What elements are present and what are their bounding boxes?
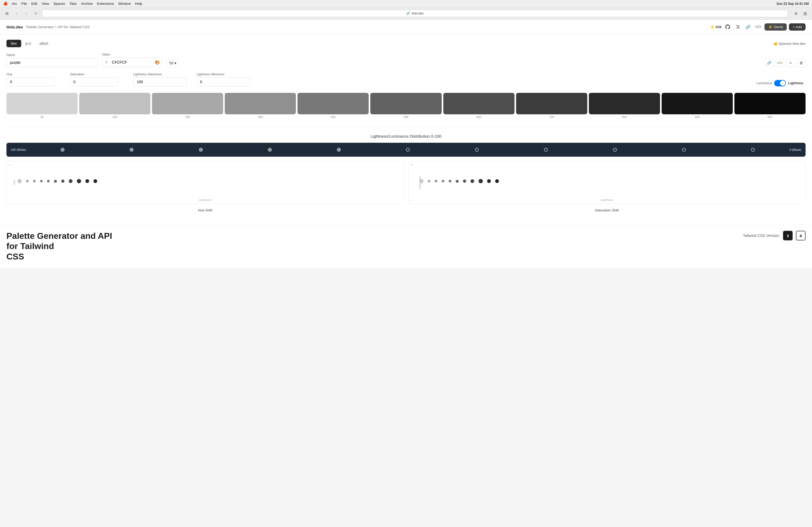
star-icon: ⭐ — [710, 25, 714, 29]
value-input[interactable] — [110, 58, 153, 66]
menu-file[interactable]: File — [21, 2, 27, 6]
sidebar-right-button[interactable]: ▥ — [801, 10, 809, 17]
swatch-label-400: 400 — [298, 115, 369, 119]
menu-extensions[interactable]: Extensions — [97, 2, 114, 6]
dist-dot-10 — [751, 148, 755, 152]
color-params-row: Hue Saturation Lightness Maximum Lightne… — [6, 73, 806, 86]
forward-button[interactable]: › — [23, 10, 30, 17]
demo-button[interactable]: ⚡ Demo — [765, 23, 787, 31]
swatch-900[interactable]: 900 — [662, 93, 733, 119]
menu-window[interactable]: Window — [118, 2, 131, 6]
distribution-section: Lightness/Luminance Distribution 0-100 1… — [6, 127, 806, 212]
swatches-row: 50100200300400500600700800900950 — [6, 93, 806, 119]
menu-view[interactable]: View — [42, 2, 49, 6]
link-button[interactable]: 🔗 — [744, 23, 752, 31]
twitter-button[interactable] — [734, 23, 742, 31]
palette-title: Palette Generator and API for Tailwind C… — [6, 231, 125, 261]
swatch-400[interactable]: 400 — [298, 93, 369, 119]
header-actions: ⭐ 838 🔗 </> ⚡ Demo + Add — [710, 23, 806, 31]
lightness-min-field-group: Lightness Minimum — [197, 73, 256, 86]
menubar-status: Sun 22 Sep 10:41 AM — [777, 2, 809, 6]
lock-icon: 🔗 — [406, 12, 410, 15]
lightness-min-input[interactable] — [197, 77, 250, 86]
swatch-300[interactable]: 300 — [225, 93, 296, 119]
sat-dot-3 — [442, 180, 445, 182]
site-title: tints.dev — [6, 25, 23, 29]
sponsor-link[interactable]: 👑 Sponsor tints.dev — [773, 42, 806, 46]
swatch-800[interactable]: 800 — [589, 93, 660, 119]
swatch-label-700: 700 — [516, 115, 587, 119]
charts-row: + - Hue Lightness + - Saturation Lightne… — [6, 161, 806, 204]
dist-dot-0 — [61, 148, 64, 152]
swatch-label-900: 900 — [662, 115, 733, 119]
chevron-down-icon: ▾ — [175, 61, 176, 65]
name-input[interactable] — [6, 58, 98, 67]
link-copy-button[interactable]: 🔗 — [765, 59, 773, 67]
toggle-switch[interactable] — [774, 80, 786, 86]
sat-dot-5 — [456, 180, 459, 183]
browser-chrome: ⊞ ‹ › ↻ 🔗 tints.dev ⧉ ▥ — [0, 7, 812, 19]
hue-chart: + - Hue Lightness — [6, 161, 404, 204]
tab-oklch[interactable]: oklch — [35, 40, 53, 47]
menu-edit[interactable]: Edit — [31, 2, 37, 6]
swatch-700[interactable]: 700 — [516, 93, 587, 119]
url-text: tints.dev — [412, 12, 424, 15]
delete-button[interactable]: 🗑 — [797, 59, 806, 67]
refresh-button[interactable]: ↻ — [32, 10, 40, 17]
menu-archive[interactable]: Archive — [81, 2, 93, 6]
address-bar[interactable]: 🔗 tints.dev — [42, 10, 788, 17]
swatch-500[interactable]: 500 — [370, 93, 441, 119]
menu-arc[interactable]: Arc — [12, 2, 17, 6]
swatches-section: 50100200300400500600700800900950 — [6, 93, 806, 119]
menu-tabs[interactable]: Tabs — [69, 2, 76, 6]
sat-dot-1 — [428, 180, 431, 182]
version-3-button[interactable]: 3 — [783, 231, 793, 240]
lightness-max-input[interactable] — [133, 77, 187, 86]
swatch-100[interactable]: 100 — [79, 93, 150, 119]
settings-button[interactable]: ≡ — [786, 59, 795, 67]
version-4-button[interactable]: 4 — [796, 231, 806, 240]
color-picker-button[interactable]: 🎨 — [153, 58, 162, 67]
sat-dot-9 — [487, 179, 491, 183]
hue-dot-1 — [26, 180, 29, 182]
swatch-color-50 — [6, 93, 77, 114]
dist-dot-9 — [682, 148, 686, 152]
swatch-200[interactable]: 200 — [152, 93, 223, 119]
swatch-label-100: 100 — [79, 115, 150, 119]
back-button[interactable]: ‹ — [13, 10, 20, 17]
github-button[interactable] — [724, 23, 732, 31]
star-badge[interactable]: ⭐ 838 — [710, 25, 722, 29]
tab-hex[interactable]: hex — [6, 40, 21, 47]
apple-icon: 🍎 — [3, 2, 8, 6]
palette-title-block: Palette Generator and API for Tailwind C… — [6, 231, 125, 261]
hue-dot-9 — [85, 179, 89, 183]
luminance-toggle: Luminance Lightness — [754, 80, 806, 86]
hue-chart-dots — [17, 167, 398, 196]
shade-selector[interactable]: 50 ▾ — [166, 59, 180, 67]
swatch-50[interactable]: 50 — [6, 93, 77, 119]
sat-x-label: Lightness — [600, 198, 613, 201]
hue-input[interactable] — [6, 77, 55, 86]
sat-chart-plus: + — [410, 163, 412, 167]
sidebar-toggle-button[interactable]: ⊞ — [3, 10, 11, 17]
palette-title-line2: CSS — [6, 252, 24, 261]
swatch-label-200: 200 — [152, 115, 223, 119]
swatch-950[interactable]: 950 — [735, 93, 806, 119]
saturation-input[interactable] — [70, 77, 118, 86]
hue-dot-3 — [40, 180, 43, 182]
sat-dot-7 — [470, 179, 474, 183]
code-copy-button[interactable]: </> — [775, 59, 784, 67]
add-button[interactable]: + Add — [789, 23, 806, 31]
hue-dot-7 — [69, 179, 73, 183]
swatch-600[interactable]: 600 — [443, 93, 514, 119]
main-content: hex p-3 oklch 👑 Sponsor tints.dev Name V… — [0, 34, 812, 224]
distribution-bar: 100 (White) 0 (Black) — [6, 143, 806, 157]
tab-p3[interactable]: p-3 — [21, 40, 35, 47]
menu-spaces[interactable]: Spaces — [54, 2, 65, 6]
swatch-color-800 — [589, 93, 660, 114]
hue-dot-6 — [61, 180, 64, 183]
menu-help[interactable]: Help — [135, 2, 142, 6]
hue-x-label: Lightness — [199, 198, 211, 201]
split-view-button[interactable]: ⧉ — [792, 10, 800, 17]
code-button[interactable]: </> — [754, 23, 762, 31]
